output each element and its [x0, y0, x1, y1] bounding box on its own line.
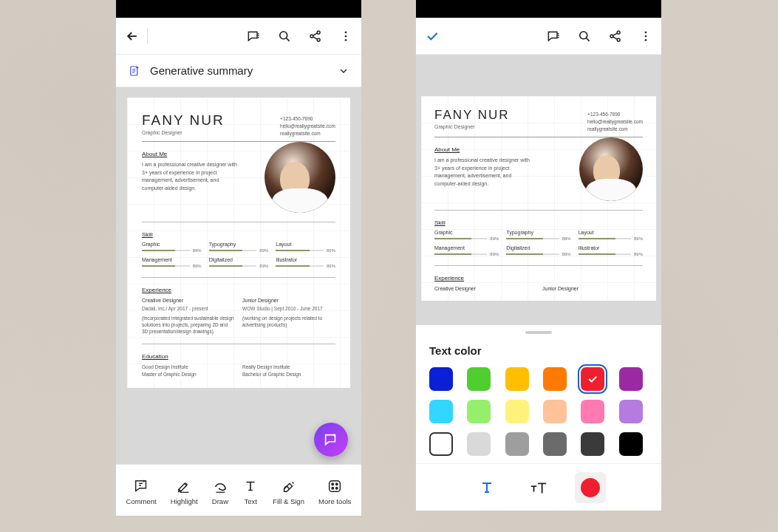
about-title: About Me [142, 151, 238, 157]
color-swatch[interactable] [429, 400, 453, 423]
skills-grid: Graphic89% Typography89% Layout89% Manag… [142, 242, 335, 268]
overflow-icon[interactable] [639, 29, 652, 44]
text-color-button[interactable] [575, 472, 606, 503]
search-icon[interactable] [577, 29, 592, 44]
svg-point-16 [617, 38, 620, 41]
tool-draw[interactable]: Draw [212, 478, 228, 505]
color-swatch[interactable] [581, 400, 604, 423]
svg-point-3 [317, 38, 320, 41]
share-icon[interactable] [608, 29, 623, 44]
divider [434, 210, 643, 211]
color-swatch[interactable] [467, 400, 491, 423]
color-swatch[interactable] [505, 400, 529, 423]
tool-more[interactable]: More tools [318, 478, 351, 505]
resume-name: FANY NUR [142, 112, 225, 129]
color-grid [429, 367, 648, 456]
color-swatch[interactable] [581, 367, 604, 391]
edu-title: Education [142, 353, 335, 360]
svg-point-10 [336, 483, 338, 485]
svg-point-1 [310, 35, 313, 38]
svg-rect-8 [330, 481, 341, 492]
skill-item: Digitalized89% [209, 257, 269, 268]
color-swatch[interactable] [505, 367, 529, 391]
exp-role: Junior Designer [542, 285, 643, 293]
tool-highlight[interactable]: Highlight [171, 478, 198, 505]
bottom-toolbar: Comment Highlight Draw Text Fill & Sign … [116, 464, 361, 516]
font-button[interactable] [471, 472, 502, 503]
panel-title: Text color [429, 334, 648, 367]
color-swatch[interactable] [619, 432, 643, 456]
top-toolbar [416, 18, 661, 55]
color-swatch[interactable] [619, 400, 643, 423]
chat-icon[interactable] [246, 29, 261, 44]
overflow-icon[interactable] [339, 29, 352, 44]
tool-comment[interactable]: Comment [126, 478, 157, 505]
svg-point-5 [345, 35, 347, 37]
svg-point-19 [645, 38, 647, 41]
color-swatch[interactable] [543, 432, 567, 456]
format-bar [416, 463, 661, 511]
search-icon[interactable] [277, 29, 292, 44]
skill-item: Graphic89% [142, 242, 202, 253]
color-swatch[interactable] [543, 367, 567, 391]
document-viewport[interactable]: FANY NUR Graphic Designer +123-456-7890 … [116, 87, 361, 464]
color-swatch[interactable] [581, 432, 604, 456]
toolbar-divider [147, 28, 148, 44]
color-swatch[interactable] [467, 367, 491, 391]
svg-point-4 [345, 31, 347, 33]
skill-item: Layout89% [579, 230, 643, 241]
svg-point-15 [617, 31, 620, 34]
resume-contact: +123-456-7890 hello@reallygreatsite.com … [587, 108, 643, 132]
divider [142, 277, 335, 278]
back-icon[interactable] [125, 29, 140, 44]
text-size-button[interactable] [523, 472, 554, 503]
color-swatch[interactable] [429, 432, 453, 456]
edu-degree: Master of Graphic Design [142, 371, 235, 378]
tool-text[interactable]: Text [242, 478, 259, 505]
svg-point-14 [610, 35, 613, 38]
svg-point-12 [336, 488, 338, 489]
more-tools-icon [327, 478, 343, 494]
svg-point-18 [645, 35, 647, 37]
skill-item: Management89% [434, 245, 499, 256]
color-swatch[interactable] [505, 432, 529, 456]
document-viewport[interactable]: FANY NUR Graphic Designer +123-456-7890 … [416, 55, 661, 325]
contact-email: hello@reallygreatsite.com [280, 123, 335, 130]
draw-icon [212, 478, 228, 494]
edu-school: Good Design Institute [142, 364, 235, 370]
tool-label: Comment [126, 497, 157, 505]
about-text: I am a professional creative designer wi… [142, 161, 238, 192]
top-toolbar [116, 18, 361, 55]
confirm-icon[interactable] [425, 29, 440, 44]
contact-phone: +123-456-7890 [587, 111, 643, 118]
color-swatch[interactable] [619, 367, 643, 391]
fillsign-icon [281, 478, 297, 494]
exp-desc: (working on design projects related to a… [242, 315, 335, 328]
current-color-dot [581, 478, 600, 497]
chat-icon[interactable] [546, 29, 561, 44]
exp-title: Experience [434, 275, 643, 282]
contact-phone: +123-456-7890 [280, 115, 335, 123]
tool-fillsign[interactable]: Fill & Sign [273, 478, 304, 505]
color-swatch[interactable] [429, 367, 453, 391]
share-icon[interactable] [308, 29, 323, 44]
contact-email: hello@reallygreatsite.com [587, 118, 643, 126]
about-title: About Me [434, 146, 530, 153]
sparkle-doc-icon [128, 64, 141, 78]
divider [142, 222, 335, 222]
ai-assistant-fab[interactable] [314, 423, 348, 457]
edu-school: Really Design Institute [242, 364, 335, 370]
generative-summary-bar[interactable]: Generative summary [116, 55, 361, 87]
exp-where: WOW Studio | Sept 2016 - June 2017 [242, 305, 335, 312]
phone-screenshot-left: Generative summary FANY NUR Graphic Desi… [116, 0, 361, 516]
skill-item: Graphic89% [434, 230, 499, 241]
resume-page: FANY NUR Graphic Designer +123-456-7890 … [127, 98, 350, 388]
svg-point-2 [317, 31, 320, 34]
comment-icon [133, 478, 149, 494]
skill-item: Illustrator89% [579, 245, 643, 256]
tool-label: More tools [318, 497, 351, 505]
color-swatch[interactable] [543, 400, 567, 423]
status-bar [116, 0, 361, 18]
color-swatch[interactable] [467, 432, 491, 456]
text-color-panel: Text color [416, 331, 661, 463]
